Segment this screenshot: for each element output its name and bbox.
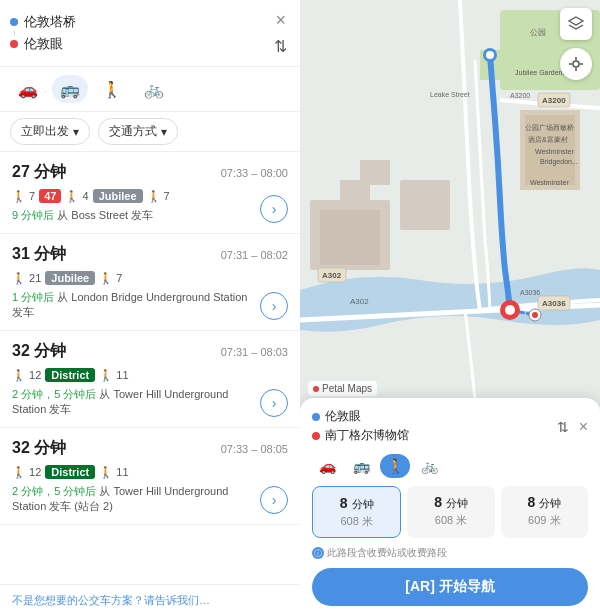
tab-bus[interactable]: 🚌 (52, 75, 88, 103)
bottom-hint[interactable]: 不是您想要的公交车方案？请告诉我们… (0, 584, 300, 616)
svg-point-21 (532, 312, 538, 318)
svg-text:Westminster: Westminster (530, 179, 569, 186)
route-card-inner-1: 🚶 7 47 🚶 4 Jubilee 🚶 7 9 分钟后 从 Boss Stre… (12, 189, 288, 223)
card-origin-dot (312, 413, 320, 421)
card-tab-walk[interactable]: 🚶 (380, 454, 410, 478)
origin-dot (10, 18, 18, 26)
tab-walk[interactable]: 🚶 (94, 75, 130, 103)
route-opt-dist-1: 608 米 (319, 514, 394, 529)
right-panel: 公园 Jubilee Gardens A302 A3036 A3200 (300, 0, 600, 616)
route-duration-3: 32 分钟 (12, 341, 66, 362)
route-top-2: 31 分钟 07:31 – 08:02 (12, 244, 288, 265)
nav-arrow-3[interactable]: › (260, 389, 288, 417)
depart-highlight-3: 2 分钟，5 分钟后 (12, 388, 96, 400)
seg-walk-5: 🚶 7 (99, 272, 122, 285)
svg-text:公园: 公园 (530, 28, 546, 37)
route-opt-dist-3: 609 米 (507, 513, 582, 528)
start-nav-button[interactable]: [AR] 开始导航 (312, 568, 588, 606)
route-depart-3: 2 分钟，5 分钟后 从 Tower Hill Underground Stat… (12, 387, 254, 417)
route-opt-time-2: 8 分钟 (413, 494, 488, 511)
nav-arrow-1[interactable]: › (260, 195, 288, 223)
depart-arrow: ▾ (73, 125, 79, 139)
svg-text:Westminster: Westminster (535, 148, 574, 155)
seg-walk: 🚶 7 (12, 190, 35, 203)
seg-district-2: District (45, 465, 95, 479)
card-route-options: 8 分钟 608 米 8 分钟 608 米 8 分钟 609 米 (312, 486, 588, 538)
svg-text:A3036: A3036 (520, 289, 540, 296)
depart-highlight-2: 1 分钟后 (12, 291, 54, 303)
route-top-4: 32 分钟 07:33 – 08:05 (12, 438, 288, 459)
map-background: 公园 Jubilee Gardens A302 A3036 A3200 (300, 0, 600, 616)
route-depart-1: 9 分钟后 从 Boss Street 发车 (12, 208, 254, 223)
mode-filter[interactable]: 交通方式 ▾ (98, 118, 178, 145)
card-locations: 伦敦眼 南丁格尔博物馆 (312, 408, 557, 446)
route-info-2: 🚶 21 Jubilee 🚶 7 1 分钟后 从 London Bridge U… (12, 271, 254, 320)
seg-jubilee-2: Jubilee (45, 271, 95, 285)
card-transport-tabs: 🚗 🚌 🚶 🚲 (312, 454, 588, 478)
route-card-4[interactable]: 32 分钟 07:33 – 08:05 🚶 12 District 🚶 11 2… (0, 428, 300, 525)
close-button[interactable]: × (271, 10, 290, 31)
svg-point-17 (486, 51, 494, 59)
card-tab-car[interactable]: 🚗 (312, 454, 342, 478)
route-duration-2: 31 分钟 (12, 244, 66, 265)
dest-text: 伦敦眼 (24, 35, 63, 53)
route-card-inner-3: 🚶 12 District 🚶 11 2 分钟，5 分钟后 从 Tower Hi… (12, 368, 288, 417)
route-depart-2: 1 分钟后 从 London Bridge Underground Statio… (12, 290, 254, 320)
route-info-1: 🚶 7 47 🚶 4 Jubilee 🚶 7 9 分钟后 从 Boss Stre… (12, 189, 254, 223)
dest-location: 伦敦眼 (10, 35, 271, 53)
route-opt-time-1: 8 分钟 (319, 495, 394, 512)
route-schedule-1: 07:33 – 08:00 (221, 167, 288, 179)
card-origin-text: 伦敦眼 (325, 408, 361, 425)
seg-walk-9: 🚶 11 (99, 466, 128, 479)
depart-highlight-1: 9 分钟后 (12, 209, 54, 221)
petal-maps-label: Petal Maps (308, 381, 377, 396)
svg-text:A3200: A3200 (542, 96, 566, 105)
route-option-2[interactable]: 8 分钟 608 米 (407, 486, 494, 538)
location-row: 伦敦塔桥 伦敦眼 × ⇅ (10, 10, 290, 56)
card-notice: ⓘ 此路段含收费站或收费路段 (312, 546, 588, 560)
header: 伦敦塔桥 伦敦眼 × ⇅ (0, 0, 300, 67)
route-option-3[interactable]: 8 分钟 609 米 (501, 486, 588, 538)
route-option-1[interactable]: 8 分钟 608 米 (312, 486, 401, 538)
locate-button[interactable] (560, 48, 592, 80)
map-layers-button[interactable] (560, 8, 592, 40)
card-tab-cycle[interactable]: 🚲 (414, 454, 444, 478)
transport-tabs: 🚗 🚌 🚶 🚲 (0, 67, 300, 112)
route-top-1: 27 分钟 07:33 – 08:00 (12, 162, 288, 183)
route-segments-4: 🚶 12 District 🚶 11 (12, 465, 254, 479)
origin-location: 伦敦塔桥 (10, 13, 271, 31)
route-segments-1: 🚶 7 47 🚶 4 Jubilee 🚶 7 (12, 189, 254, 203)
nav-arrow-4[interactable]: › (260, 486, 288, 514)
route-schedule-3: 07:31 – 08:03 (221, 346, 288, 358)
map-bottom-card: 伦敦眼 南丁格尔博物馆 ⇅ × 🚗 🚌 🚶 🚲 (300, 398, 600, 616)
route-card-2[interactable]: 31 分钟 07:31 – 08:02 🚶 21 Jubilee 🚶 7 1 分… (0, 234, 300, 331)
svg-text:A3200: A3200 (510, 92, 530, 99)
mode-label: 交通方式 (109, 123, 157, 140)
filter-row: 立即出发 ▾ 交通方式 ▾ (0, 112, 300, 152)
card-close-button[interactable]: × (579, 418, 588, 436)
route-duration-1: 27 分钟 (12, 162, 66, 183)
route-depart-4: 2 分钟，5 分钟后 从 Tower Hill Underground Stat… (12, 484, 254, 514)
route-opt-unit-2: 分钟 (446, 497, 468, 509)
start-nav-label: [AR] 开始导航 (405, 578, 494, 596)
tab-car[interactable]: 🚗 (10, 75, 46, 103)
card-dest-dot (312, 432, 320, 440)
seg-walk-2: 🚶 4 (65, 190, 88, 203)
route-card[interactable]: 27 分钟 07:33 – 08:00 🚶 7 47 🚶 4 Jubilee 🚶… (0, 152, 300, 234)
depart-filter[interactable]: 立即出发 ▾ (10, 118, 90, 145)
notice-text: 此路段含收费站或收费路段 (327, 546, 447, 560)
card-dest-text: 南丁格尔博物馆 (325, 427, 409, 444)
route-card-3[interactable]: 32 分钟 07:31 – 08:03 🚶 12 District 🚶 11 2… (0, 331, 300, 428)
swap-icon[interactable]: ⇅ (274, 37, 287, 56)
route-list: 27 分钟 07:33 – 08:00 🚶 7 47 🚶 4 Jubilee 🚶… (0, 152, 300, 584)
depart-label: 立即出发 (21, 123, 69, 140)
tab-cycle[interactable]: 🚲 (136, 75, 172, 103)
svg-text:Leake Street: Leake Street (430, 91, 470, 98)
nav-arrow-2[interactable]: › (260, 292, 288, 320)
card-tab-bus[interactable]: 🚌 (346, 454, 376, 478)
card-swap-icon[interactable]: ⇅ (557, 419, 569, 435)
route-info-4: 🚶 12 District 🚶 11 2 分钟，5 分钟后 从 Tower Hi… (12, 465, 254, 514)
route-duration-4: 32 分钟 (12, 438, 66, 459)
dest-dot (10, 40, 18, 48)
notice-icon: ⓘ (312, 547, 324, 559)
